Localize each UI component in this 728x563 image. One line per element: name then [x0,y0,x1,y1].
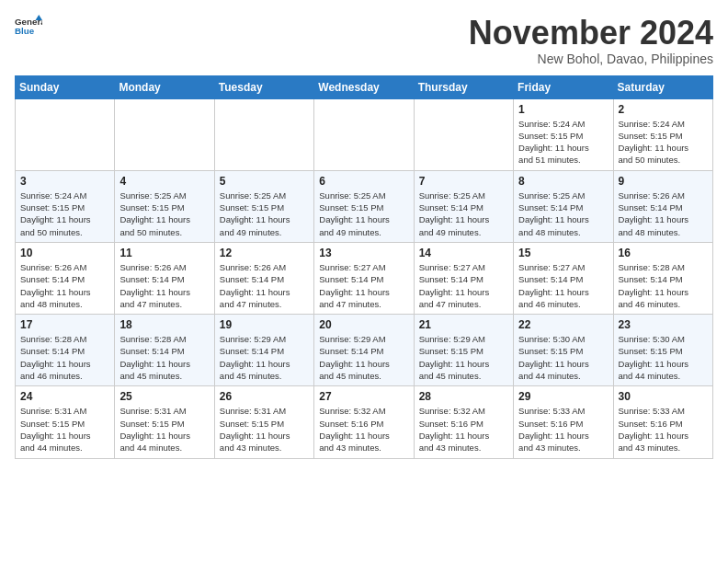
day-info: Sunrise: 5:29 AM Sunset: 5:15 PM Dayligh… [419,333,508,382]
day-number: 7 [419,175,508,188]
day-number: 1 [518,103,608,116]
day-info: Sunrise: 5:26 AM Sunset: 5:14 PM Dayligh… [619,190,708,238]
day-number: 20 [319,318,408,331]
day-number: 29 [518,390,608,403]
cal-cell: 23Sunrise: 5:30 AM Sunset: 5:15 PM Dayli… [613,315,712,386]
week-row-5: 24Sunrise: 5:31 AM Sunset: 5:15 PM Dayli… [16,386,713,458]
day-info: Sunrise: 5:24 AM Sunset: 5:15 PM Dayligh… [518,118,608,167]
col-header-monday: Monday [115,75,214,98]
page-header: General Blue November 2024 New Bohol, Da… [15,15,713,66]
cal-cell: 24Sunrise: 5:31 AM Sunset: 5:15 PM Dayli… [16,386,115,458]
cal-cell: 4Sunrise: 5:25 AM Sunset: 5:15 PM Daylig… [115,170,214,242]
cal-cell: 1Sunrise: 5:24 AM Sunset: 5:15 PM Daylig… [514,98,613,170]
cal-cell: 8Sunrise: 5:25 AM Sunset: 5:14 PM Daylig… [514,170,613,242]
day-number: 21 [419,318,508,331]
day-info: Sunrise: 5:27 AM Sunset: 5:14 PM Dayligh… [319,261,408,310]
cal-cell: 2Sunrise: 5:24 AM Sunset: 5:15 PM Daylig… [613,98,712,170]
cal-cell: 3Sunrise: 5:24 AM Sunset: 5:15 PM Daylig… [16,170,115,242]
cal-cell [115,98,214,170]
day-number: 9 [619,175,708,188]
day-number: 5 [220,175,309,188]
day-info: Sunrise: 5:33 AM Sunset: 5:16 PM Dayligh… [619,405,708,454]
svg-text:Blue: Blue [15,26,35,36]
day-number: 12 [220,247,309,259]
cal-cell [314,98,414,170]
day-info: Sunrise: 5:29 AM Sunset: 5:14 PM Dayligh… [319,333,408,382]
day-info: Sunrise: 5:26 AM Sunset: 5:14 PM Dayligh… [220,261,309,310]
day-number: 3 [20,175,109,188]
day-number: 18 [119,318,209,331]
calendar-table: SundayMondayTuesdayWednesdayThursdayFrid… [15,75,713,459]
day-info: Sunrise: 5:26 AM Sunset: 5:14 PM Dayligh… [119,261,209,310]
day-info: Sunrise: 5:32 AM Sunset: 5:16 PM Dayligh… [419,405,508,454]
day-number: 25 [119,390,209,403]
day-info: Sunrise: 5:27 AM Sunset: 5:14 PM Dayligh… [419,261,508,310]
cal-cell: 26Sunrise: 5:31 AM Sunset: 5:15 PM Dayli… [214,386,313,458]
day-info: Sunrise: 5:30 AM Sunset: 5:15 PM Dayligh… [518,333,608,382]
cal-cell: 11Sunrise: 5:26 AM Sunset: 5:14 PM Dayli… [115,242,214,314]
calendar-header-row: SundayMondayTuesdayWednesdayThursdayFrid… [16,75,713,98]
day-info: Sunrise: 5:25 AM Sunset: 5:15 PM Dayligh… [319,190,408,238]
day-number: 2 [619,103,708,116]
cal-cell [16,98,115,170]
cal-cell: 20Sunrise: 5:29 AM Sunset: 5:14 PM Dayli… [314,315,414,386]
cal-cell: 25Sunrise: 5:31 AM Sunset: 5:15 PM Dayli… [115,386,214,458]
col-header-wednesday: Wednesday [314,75,414,98]
day-number: 16 [619,247,708,259]
cal-cell: 29Sunrise: 5:33 AM Sunset: 5:16 PM Dayli… [514,386,613,458]
day-info: Sunrise: 5:28 AM Sunset: 5:14 PM Dayligh… [20,333,109,382]
cal-cell: 17Sunrise: 5:28 AM Sunset: 5:14 PM Dayli… [16,315,115,386]
col-header-tuesday: Tuesday [214,75,313,98]
cal-cell: 13Sunrise: 5:27 AM Sunset: 5:14 PM Dayli… [314,242,414,314]
day-info: Sunrise: 5:25 AM Sunset: 5:15 PM Dayligh… [119,190,209,238]
week-row-2: 3Sunrise: 5:24 AM Sunset: 5:15 PM Daylig… [16,170,713,242]
logo: General Blue [15,15,42,37]
day-number: 30 [619,390,708,403]
day-info: Sunrise: 5:31 AM Sunset: 5:15 PM Dayligh… [220,405,309,454]
cal-cell: 19Sunrise: 5:29 AM Sunset: 5:14 PM Dayli… [214,315,313,386]
day-number: 11 [119,247,209,259]
cal-cell: 12Sunrise: 5:26 AM Sunset: 5:14 PM Dayli… [214,242,313,314]
cal-cell: 5Sunrise: 5:25 AM Sunset: 5:15 PM Daylig… [214,170,313,242]
cal-cell: 22Sunrise: 5:30 AM Sunset: 5:15 PM Dayli… [514,315,613,386]
cal-cell: 6Sunrise: 5:25 AM Sunset: 5:15 PM Daylig… [314,170,414,242]
day-number: 23 [619,318,708,331]
col-header-sunday: Sunday [16,75,115,98]
day-info: Sunrise: 5:24 AM Sunset: 5:15 PM Dayligh… [20,190,109,238]
day-number: 10 [20,247,109,259]
day-number: 13 [319,247,408,259]
col-header-thursday: Thursday [414,75,513,98]
cal-cell: 18Sunrise: 5:28 AM Sunset: 5:14 PM Dayli… [115,315,214,386]
cal-cell [214,98,313,170]
day-info: Sunrise: 5:31 AM Sunset: 5:15 PM Dayligh… [20,405,109,454]
day-number: 8 [518,175,608,188]
cal-cell: 9Sunrise: 5:26 AM Sunset: 5:14 PM Daylig… [613,170,712,242]
cal-cell: 30Sunrise: 5:33 AM Sunset: 5:16 PM Dayli… [613,386,712,458]
day-info: Sunrise: 5:26 AM Sunset: 5:14 PM Dayligh… [20,261,109,310]
day-number: 28 [419,390,508,403]
day-info: Sunrise: 5:28 AM Sunset: 5:14 PM Dayligh… [119,333,209,382]
day-number: 22 [518,318,608,331]
day-number: 27 [319,390,408,403]
cal-cell: 10Sunrise: 5:26 AM Sunset: 5:14 PM Dayli… [16,242,115,314]
cal-cell: 27Sunrise: 5:32 AM Sunset: 5:16 PM Dayli… [314,386,414,458]
cal-cell: 15Sunrise: 5:27 AM Sunset: 5:14 PM Dayli… [514,242,613,314]
day-number: 15 [518,247,608,259]
title-area: November 2024 New Bohol, Davao, Philippi… [469,15,713,66]
month-year-title: November 2024 [469,15,713,52]
day-info: Sunrise: 5:33 AM Sunset: 5:16 PM Dayligh… [518,405,608,454]
week-row-3: 10Sunrise: 5:26 AM Sunset: 5:14 PM Dayli… [16,242,713,314]
day-info: Sunrise: 5:28 AM Sunset: 5:14 PM Dayligh… [619,261,708,310]
day-info: Sunrise: 5:24 AM Sunset: 5:15 PM Dayligh… [619,118,708,167]
calendar-body: 1Sunrise: 5:24 AM Sunset: 5:15 PM Daylig… [16,98,713,458]
cal-cell: 21Sunrise: 5:29 AM Sunset: 5:15 PM Dayli… [414,315,513,386]
cal-cell: 16Sunrise: 5:28 AM Sunset: 5:14 PM Dayli… [613,242,712,314]
col-header-saturday: Saturday [613,75,712,98]
day-info: Sunrise: 5:25 AM Sunset: 5:14 PM Dayligh… [518,190,608,238]
day-number: 6 [319,175,408,188]
day-info: Sunrise: 5:30 AM Sunset: 5:15 PM Dayligh… [619,333,708,382]
day-number: 26 [220,390,309,403]
cal-cell: 28Sunrise: 5:32 AM Sunset: 5:16 PM Dayli… [414,386,513,458]
cal-cell: 7Sunrise: 5:25 AM Sunset: 5:14 PM Daylig… [414,170,513,242]
day-info: Sunrise: 5:27 AM Sunset: 5:14 PM Dayligh… [518,261,608,310]
